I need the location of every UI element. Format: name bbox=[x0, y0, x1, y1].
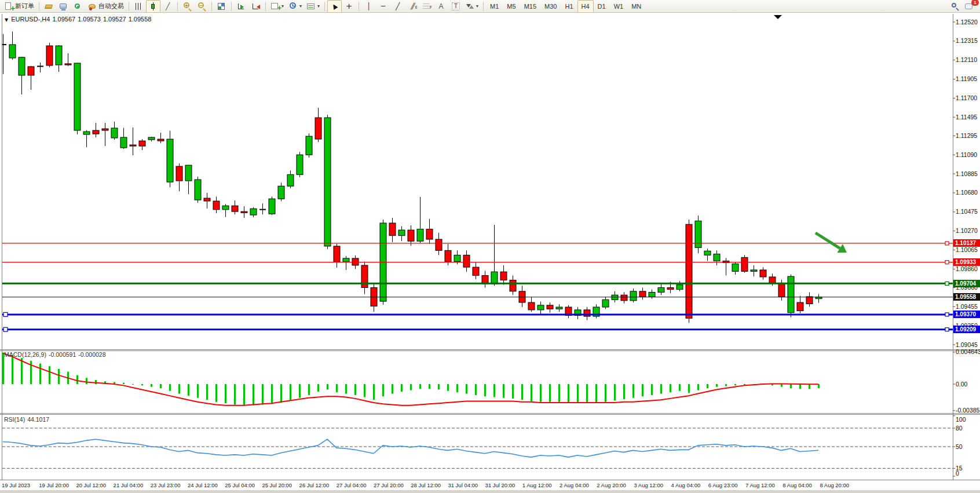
price-axis-label: 1.11090 bbox=[956, 151, 977, 159]
trend-icon bbox=[393, 2, 403, 11]
chevron-down-icon[interactable]: ▾ bbox=[299, 3, 302, 9]
price-tag-1.10137[interactable]: 1.10137 bbox=[953, 239, 980, 247]
templates-button[interactable]: ▾ bbox=[304, 0, 322, 13]
signals-button[interactable] bbox=[71, 0, 85, 13]
tf-d1-button[interactable]: D1 bbox=[594, 0, 610, 13]
tf-m15-button[interactable]: M15 bbox=[520, 0, 540, 13]
time-axis-label: 31 Jul 20:00 bbox=[485, 482, 515, 488]
label-icon bbox=[451, 2, 460, 11]
candles-icon bbox=[148, 2, 158, 11]
zoom-out-button[interactable] bbox=[195, 0, 209, 13]
periods-button[interactable]: ▾ bbox=[286, 0, 304, 13]
cloud-terminal-button[interactable] bbox=[56, 0, 71, 13]
auto-trading-icon bbox=[87, 2, 97, 11]
zoom-out-icon bbox=[197, 2, 207, 11]
new-order-icon bbox=[4, 2, 14, 11]
chart-shift-button[interactable] bbox=[248, 0, 263, 13]
tf-m30-button[interactable]: M30 bbox=[540, 0, 561, 13]
rsi-axis-label: 0 bbox=[956, 470, 959, 477]
toolbar-separator bbox=[39, 2, 39, 11]
chevron-down-icon[interactable]: ▾ bbox=[476, 3, 478, 9]
tf-m1-button[interactable]: M1 bbox=[486, 0, 503, 13]
chart-canvas[interactable] bbox=[0, 0, 980, 493]
bar-chart-type-button[interactable] bbox=[131, 0, 146, 13]
time-axis-label: 7 Aug 12:00 bbox=[745, 482, 775, 488]
price-tag-1.09933[interactable]: 1.09933 bbox=[953, 258, 980, 266]
shapes-icon bbox=[465, 2, 475, 11]
tile-windows-button[interactable] bbox=[214, 0, 229, 13]
text-label-button[interactable] bbox=[448, 0, 463, 13]
toolbar-separator bbox=[483, 2, 484, 11]
tf-w1-button[interactable]: W1 bbox=[610, 0, 628, 13]
candlestick-type-button[interactable] bbox=[146, 0, 160, 13]
price-axis-label: 1.10475 bbox=[956, 208, 978, 216]
price-axis-label: 1.12315 bbox=[956, 37, 978, 45]
indicators-button[interactable]: ▾ bbox=[268, 0, 286, 13]
price-tag-1.09704[interactable]: 1.09704 bbox=[953, 280, 980, 287]
time-axis-label: 28 Jul 12:00 bbox=[411, 482, 441, 488]
time-axis-label: 27 Jul 20:00 bbox=[374, 482, 404, 488]
price-tag-1.09558[interactable]: 1.09558 bbox=[953, 293, 980, 301]
time-axis-label: 24 Jul 12:00 bbox=[188, 482, 218, 488]
rsi-axis-label: 100 bbox=[956, 416, 966, 423]
cloud-pc-icon bbox=[58, 2, 68, 11]
notifications-button[interactable]: 1 bbox=[962, 0, 977, 13]
fibo-icon bbox=[422, 2, 432, 11]
low-value: 1.09527 bbox=[103, 16, 126, 23]
tf-h4-button[interactable]: H4 bbox=[577, 0, 594, 13]
linechart-icon bbox=[163, 2, 173, 11]
chart-window[interactable]: ▼EURUSD-,H41.095671.095731.095271.09558 … bbox=[0, 0, 980, 493]
gold-ingot-button[interactable] bbox=[42, 0, 56, 13]
line-chart-type-button[interactable] bbox=[160, 0, 175, 13]
high-value: 1.09573 bbox=[78, 16, 101, 23]
horizontal-line-button[interactable] bbox=[376, 0, 390, 13]
rsi-name: RSI(14) bbox=[4, 416, 25, 423]
time-axis-label: 4 Aug 04:00 bbox=[671, 482, 701, 488]
tf-h1-button[interactable]: H1 bbox=[561, 0, 577, 13]
cursor-icon bbox=[330, 2, 339, 11]
time-axis-label: 27 Jul 04:00 bbox=[337, 482, 367, 488]
macd-signal-value: -0.000028 bbox=[78, 351, 105, 358]
price-axis-label: 1.11295 bbox=[956, 132, 977, 140]
price-axis-label: 1.12110 bbox=[956, 56, 977, 64]
price-tag-1.09209[interactable]: 1.09209 bbox=[953, 326, 980, 333]
search-button[interactable] bbox=[948, 0, 962, 13]
time-axis-label: 3 Aug 12:00 bbox=[634, 482, 663, 488]
clock-icon bbox=[288, 2, 298, 11]
price-axis-label: 1.10270 bbox=[956, 227, 978, 235]
toolbar-separator bbox=[177, 2, 178, 11]
new-order-button[interactable]: 新订单 bbox=[2, 0, 36, 13]
cursor-button[interactable] bbox=[327, 0, 342, 13]
chevron-down-icon[interactable]: ▾ bbox=[317, 3, 320, 9]
time-axis-label: 19 Jul 2023 bbox=[2, 482, 30, 488]
rsi-axis-label: 50 bbox=[956, 443, 963, 451]
time-axis-label: 8 Aug 04:00 bbox=[782, 482, 812, 488]
price-axis-label: 1.11905 bbox=[956, 75, 977, 83]
arrows-button[interactable]: ▾ bbox=[463, 0, 481, 13]
auto-trading-button[interactable]: 自动交易 bbox=[85, 0, 126, 13]
chart-menu-arrow-icon[interactable]: ▼ bbox=[5, 17, 8, 23]
toolbar: 新订单自动交易▾▾▾▾M1M5M15M30H1H4D1W1MN1 bbox=[0, 0, 980, 13]
price-axis-label: 1.12520 bbox=[956, 19, 978, 26]
time-axis-label: 21 Jul 04:00 bbox=[114, 482, 144, 488]
vertical-line-button[interactable] bbox=[361, 0, 376, 13]
macd-axis-label: 0.004643 bbox=[956, 348, 980, 356]
price-axis-label: 1.09455 bbox=[956, 303, 978, 311]
zoom-in-button[interactable] bbox=[180, 0, 195, 13]
equidistant-channel-button[interactable] bbox=[405, 0, 419, 13]
rsi-value: 44.1017 bbox=[27, 416, 49, 423]
crosshair-button[interactable] bbox=[342, 0, 356, 13]
text-button[interactable] bbox=[434, 0, 448, 13]
chevron-down-icon[interactable]: ▾ bbox=[281, 3, 284, 9]
new-order-button-label: 新订单 bbox=[15, 2, 34, 10]
close-value: 1.09558 bbox=[129, 16, 152, 23]
auto-scroll-button[interactable] bbox=[234, 0, 248, 13]
tf-mn-button[interactable]: MN bbox=[627, 0, 645, 13]
time-axis-label: 23 Jul 23:00 bbox=[151, 482, 181, 488]
trendline-button[interactable] bbox=[390, 0, 405, 13]
time-axis-label: 1 Aug 12:00 bbox=[522, 482, 552, 488]
time-axis-label: 25 Jul 20:00 bbox=[262, 482, 292, 488]
fibonacci-button[interactable] bbox=[419, 0, 434, 13]
tf-m5-button[interactable]: M5 bbox=[503, 0, 520, 13]
price-tag-1.09370[interactable]: 1.09370 bbox=[953, 311, 980, 318]
